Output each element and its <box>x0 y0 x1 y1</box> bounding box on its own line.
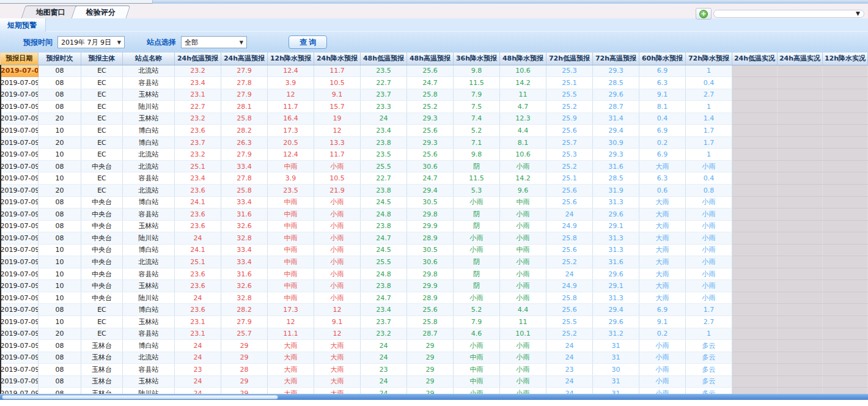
cell-info[interactable]: 容县站 <box>123 268 175 280</box>
cell-forecast[interactable]: 2.7 <box>686 316 732 328</box>
cell-forecast[interactable]: 23.6 <box>175 268 221 280</box>
cell-info[interactable]: 2019-07-09 <box>1 209 39 221</box>
cell-forecast[interactable]: 23 <box>175 364 221 376</box>
cell-forecast[interactable]: 22.7 <box>175 101 221 113</box>
cell-actual[interactable] <box>732 316 778 328</box>
cell-info[interactable]: EC <box>81 172 123 185</box>
cell-actual[interactable] <box>778 184 823 196</box>
cell-forecast[interactable]: 11.7 <box>314 65 361 77</box>
cell-actual[interactable] <box>732 101 778 113</box>
cell-forecast[interactable]: 29.3 <box>407 136 454 149</box>
cell-forecast[interactable]: 阴 <box>454 256 500 268</box>
cell-forecast[interactable]: 中雨 <box>268 232 314 245</box>
cell-forecast[interactable]: 10.6 <box>500 149 546 161</box>
cell-info[interactable]: 玉林台 <box>81 375 123 388</box>
cell-forecast[interactable]: 29 <box>221 352 268 364</box>
cell-forecast[interactable]: 中雨 <box>268 292 314 304</box>
cell-actual[interactable] <box>732 364 778 376</box>
cell-forecast[interactable]: 25.7 <box>221 328 268 340</box>
cell-info[interactable]: 玉林站 <box>123 316 175 328</box>
cell-forecast[interactable]: 23.3 <box>361 101 407 113</box>
cell-actual[interactable] <box>732 149 778 161</box>
cell-forecast[interactable]: 24.7 <box>361 232 407 245</box>
cell-info[interactable]: 北流站 <box>123 256 175 268</box>
cell-actual[interactable] <box>732 304 778 316</box>
cell-forecast[interactable]: 中雨 <box>268 209 314 221</box>
cell-forecast[interactable]: 32.8 <box>221 232 268 245</box>
cell-forecast[interactable]: 24.1 <box>175 244 221 256</box>
cell-forecast[interactable]: 30.6 <box>407 160 454 172</box>
cell-actual[interactable] <box>732 89 778 101</box>
cell-forecast[interactable]: 12 <box>314 304 361 316</box>
column-header[interactable]: 预报日期 <box>1 53 39 65</box>
cell-forecast[interactable]: 29.3 <box>593 149 639 161</box>
cell-actual[interactable] <box>823 304 868 316</box>
cell-info[interactable]: 10 <box>39 316 81 328</box>
cell-forecast[interactable]: 1.7 <box>686 136 732 149</box>
cell-info[interactable]: 08 <box>39 340 81 352</box>
cell-info[interactable]: 容县站 <box>123 77 175 89</box>
cell-forecast[interactable]: 中雨 <box>268 160 314 172</box>
cell-forecast[interactable]: 28.9 <box>407 232 454 245</box>
cell-forecast[interactable]: 中雨 <box>268 196 314 209</box>
cell-forecast[interactable]: 24 <box>175 375 221 388</box>
cell-forecast[interactable]: 小雨 <box>500 232 546 245</box>
cell-actual[interactable] <box>778 113 823 125</box>
cell-forecast[interactable]: 多云 <box>686 340 732 352</box>
cell-forecast[interactable]: 1 <box>686 65 732 77</box>
cell-forecast[interactable]: 中雨 <box>454 352 500 364</box>
cell-forecast[interactable]: 11.7 <box>268 101 314 113</box>
cell-info[interactable]: 玉林台 <box>81 340 123 352</box>
cell-forecast[interactable]: 24.9 <box>546 280 593 292</box>
cell-actual[interactable] <box>823 184 868 196</box>
cell-info[interactable]: EC <box>81 65 123 77</box>
cell-forecast[interactable]: 4.6 <box>454 328 500 340</box>
cell-forecast[interactable]: 12 <box>314 125 361 137</box>
cell-forecast[interactable]: 25.8 <box>221 184 268 196</box>
column-header[interactable]: 24h降水预报 <box>314 53 361 65</box>
cell-info[interactable]: EC <box>81 125 123 137</box>
cell-info[interactable]: 2019-07-09 <box>1 280 39 292</box>
cell-forecast[interactable]: 28.2 <box>221 304 268 316</box>
cell-actual[interactable] <box>823 232 868 245</box>
cell-forecast[interactable]: 7.4 <box>454 113 500 125</box>
cell-actual[interactable] <box>778 220 823 232</box>
cell-forecast[interactable]: 11.5 <box>454 77 500 89</box>
cell-forecast[interactable]: 阴 <box>454 268 500 280</box>
cell-forecast[interactable]: 11 <box>500 89 546 101</box>
cell-forecast[interactable]: 31 <box>593 375 639 388</box>
cell-actual[interactable] <box>732 65 778 77</box>
cell-actual[interactable] <box>823 375 868 388</box>
cell-info[interactable]: 08 <box>39 160 81 172</box>
cell-info[interactable]: EC <box>81 77 123 89</box>
cell-forecast[interactable]: 0.4 <box>639 113 686 125</box>
cell-forecast[interactable]: 5.2 <box>454 304 500 316</box>
cell-forecast[interactable]: 28 <box>221 364 268 376</box>
cell-forecast[interactable]: 25.2 <box>546 101 593 113</box>
cell-forecast[interactable]: 29 <box>221 340 268 352</box>
cell-forecast[interactable]: 阴 <box>454 209 500 221</box>
cell-forecast[interactable]: 29.8 <box>407 209 454 221</box>
cell-actual[interactable] <box>823 220 868 232</box>
cell-info[interactable]: 10 <box>39 149 81 161</box>
cell-forecast[interactable]: 24 <box>546 268 593 280</box>
cell-forecast[interactable]: 31.2 <box>593 328 639 340</box>
cell-forecast[interactable]: 9.1 <box>639 316 686 328</box>
cell-forecast[interactable]: 23.6 <box>175 125 221 137</box>
cell-actual[interactable] <box>823 352 868 364</box>
cell-forecast[interactable]: 25.8 <box>546 292 593 304</box>
cell-info[interactable]: 2019-07-09 <box>1 304 39 316</box>
cell-forecast[interactable]: 29.8 <box>407 268 454 280</box>
cell-forecast[interactable]: 31.3 <box>593 244 639 256</box>
cell-info[interactable]: 玉林站 <box>123 280 175 292</box>
cell-forecast[interactable]: 小雨 <box>500 268 546 280</box>
cell-forecast[interactable]: 小雨 <box>686 160 732 172</box>
cell-forecast[interactable]: 12.3 <box>500 113 546 125</box>
cell-forecast[interactable]: 7.9 <box>454 89 500 101</box>
cell-forecast[interactable]: 33.4 <box>221 196 268 209</box>
cell-forecast[interactable]: 小雨 <box>314 209 361 221</box>
cell-forecast[interactable]: 0.4 <box>686 172 732 185</box>
cell-forecast[interactable]: 中雨 <box>500 244 546 256</box>
cell-actual[interactable] <box>732 328 778 340</box>
cell-forecast[interactable]: 多云 <box>686 352 732 364</box>
